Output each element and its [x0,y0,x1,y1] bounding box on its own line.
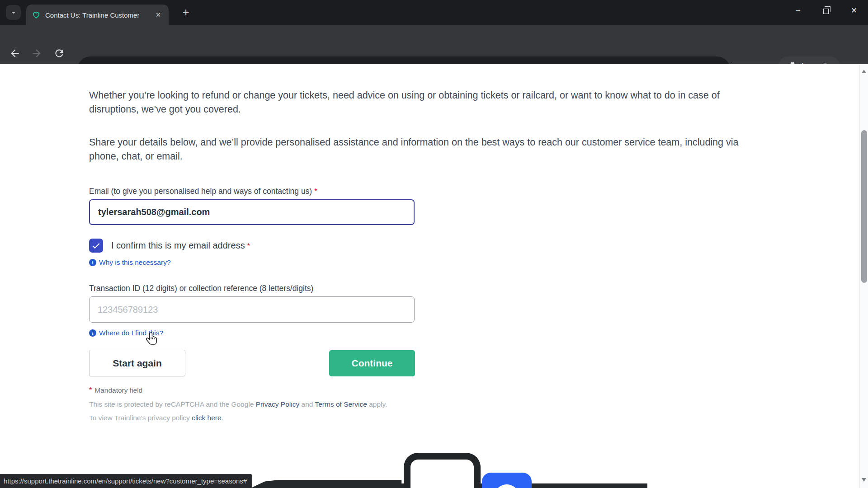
tab-strip: Contact Us: Trainline Customer ✕ + – ✕ [0,0,868,25]
required-asterisk: * [314,188,317,195]
checkmark-icon [91,241,101,250]
status-bar-url: https://support.thetrainline.com/en/supp… [0,474,252,488]
click-here-link[interactable]: click here [192,414,221,422]
reload-button[interactable] [51,45,68,62]
trainline-favicon-icon [32,10,41,19]
transaction-label: Transaction ID (12 digits) or collection… [89,284,313,293]
chat-app-icon [482,473,532,488]
scroll-down-arrow[interactable] [862,478,866,482]
required-asterisk: * [247,242,250,250]
intro-paragraph-1: Whether you’re looking to refund or chan… [89,89,764,117]
intro-paragraph-2: Share your details below, and we’ll prov… [89,136,764,164]
restore-button[interactable] [812,0,840,21]
mandatory-note: *Mandatory field [89,386,142,394]
scroll-up-arrow[interactable] [862,70,866,73]
browser-window: Contact Us: Trainline Customer ✕ + – ✕ [0,0,868,488]
back-button[interactable] [6,45,24,62]
chevron-down-icon [9,9,18,17]
page-content: Whether you’re looking to refund or chan… [0,64,868,488]
reload-icon [53,47,65,59]
browser-tab[interactable]: Contact Us: Trainline Customer ✕ [26,5,169,25]
info-icon: i [89,259,96,266]
info-icon: i [89,329,96,337]
tab-close-icon[interactable]: ✕ [153,10,163,20]
mouse-cursor [146,332,158,347]
start-again-button[interactable]: Start again [89,350,185,376]
window-controls: – ✕ [784,0,868,21]
terms-link[interactable]: Terms of Service [315,400,367,408]
restore-icon [823,9,829,14]
phone-illustration [404,453,481,488]
transaction-id-field[interactable] [89,296,415,323]
why-necessary-row: i Why is this necessary? [89,258,171,267]
continue-button[interactable]: Continue [329,350,415,376]
tab-search-button[interactable] [6,5,21,20]
email-field[interactable] [89,199,415,225]
new-tab-button[interactable]: + [179,6,193,19]
privacy-policy-note: To view Trainline’s privacy policy click… [89,414,223,422]
confirm-label: I confirm this is my email address* [111,240,250,251]
tab-title: Contact Us: Trainline Customer [45,11,139,19]
privacy-policy-link[interactable]: Privacy Policy [256,400,299,408]
back-arrow-icon [9,47,21,59]
chat-bubble-shape [494,484,519,488]
vertical-scrollbar [859,64,868,488]
scrollbar-thumb[interactable] [861,130,867,283]
why-necessary-link[interactable]: Why is this necessary? [99,258,171,267]
close-button[interactable]: ✕ [840,0,868,21]
email-label: Email (to give you personalised help and… [89,187,317,196]
recaptcha-note: This site is protected by reCAPTCHA and … [89,400,387,408]
confirm-email-row: I confirm this is my email address* [89,239,250,253]
forward-button[interactable] [28,45,45,62]
confirm-checkbox[interactable] [89,239,103,253]
forward-arrow-icon [31,47,42,59]
minimize-button[interactable]: – [784,0,812,21]
browser-toolbar: support.thetrainline.com/en/support/tick… [0,25,868,64]
